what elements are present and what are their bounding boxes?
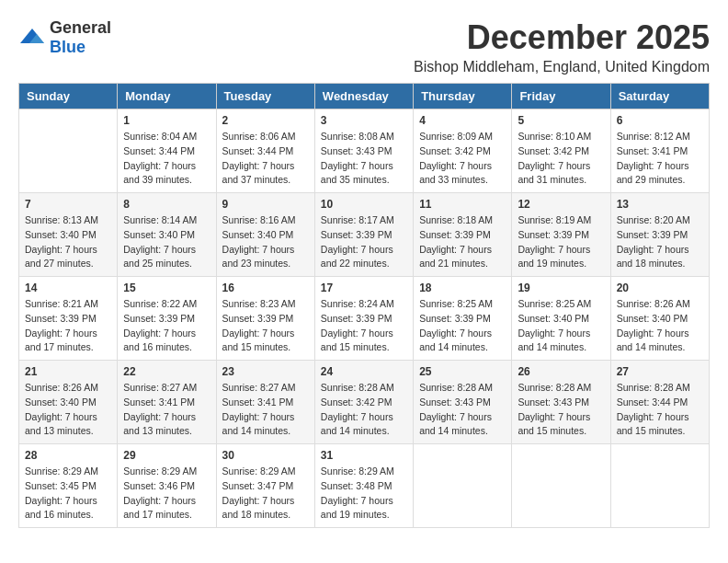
calendar-day-cell: 16Sunrise: 8:23 AMSunset: 3:39 PMDayligh… bbox=[216, 277, 314, 361]
calendar-day-cell: 22Sunrise: 8:27 AMSunset: 3:41 PMDayligh… bbox=[118, 361, 216, 444]
day-number: 3 bbox=[321, 114, 407, 127]
day-info: Sunrise: 8:28 AMSunset: 3:44 PMDaylight:… bbox=[617, 381, 703, 439]
day-info: Sunrise: 8:28 AMSunset: 3:43 PMDaylight:… bbox=[518, 381, 604, 439]
calendar-week-row: 7Sunrise: 8:13 AMSunset: 3:40 PMDaylight… bbox=[19, 193, 710, 277]
location-subtitle: Bishop Middleham, England, United Kingdo… bbox=[414, 59, 710, 75]
day-number: 14 bbox=[25, 282, 111, 294]
calendar-day-cell: 31Sunrise: 8:29 AMSunset: 3:48 PMDayligh… bbox=[314, 444, 413, 528]
day-info: Sunrise: 8:12 AMSunset: 3:41 PMDaylight:… bbox=[617, 130, 703, 188]
calendar-day-cell: 28Sunrise: 8:29 AMSunset: 3:45 PMDayligh… bbox=[19, 444, 118, 528]
day-info: Sunrise: 8:29 AMSunset: 3:46 PMDaylight:… bbox=[123, 465, 210, 523]
calendar-day-cell: 29Sunrise: 8:29 AMSunset: 3:46 PMDayligh… bbox=[118, 444, 216, 528]
day-info: Sunrise: 8:26 AMSunset: 3:40 PMDaylight:… bbox=[617, 297, 703, 355]
day-info: Sunrise: 8:09 AMSunset: 3:42 PMDaylight:… bbox=[419, 130, 506, 188]
day-info: Sunrise: 8:19 AMSunset: 3:39 PMDaylight:… bbox=[518, 213, 604, 271]
day-number: 20 bbox=[617, 282, 703, 294]
day-number: 16 bbox=[222, 282, 309, 294]
day-info: Sunrise: 8:28 AMSunset: 3:42 PMDaylight:… bbox=[321, 381, 407, 439]
day-info: Sunrise: 8:25 AMSunset: 3:40 PMDaylight:… bbox=[518, 297, 604, 355]
weekday-header-monday: Monday bbox=[118, 84, 216, 109]
logo-general: General bbox=[50, 18, 111, 37]
day-number: 30 bbox=[222, 449, 309, 462]
calendar-day-cell: 6Sunrise: 8:12 AMSunset: 3:41 PMDaylight… bbox=[610, 109, 709, 193]
weekday-header-wednesday: Wednesday bbox=[314, 84, 413, 109]
calendar-day-cell: 14Sunrise: 8:21 AMSunset: 3:39 PMDayligh… bbox=[19, 277, 118, 361]
calendar-day-cell: 9Sunrise: 8:16 AMSunset: 3:40 PMDaylight… bbox=[216, 193, 314, 277]
calendar-day-cell: 1Sunrise: 8:04 AMSunset: 3:44 PMDaylight… bbox=[118, 109, 216, 193]
calendar-day-cell: 2Sunrise: 8:06 AMSunset: 3:44 PMDaylight… bbox=[216, 109, 314, 193]
day-info: Sunrise: 8:18 AMSunset: 3:39 PMDaylight:… bbox=[419, 213, 506, 271]
calendar-day-cell: 5Sunrise: 8:10 AMSunset: 3:42 PMDaylight… bbox=[512, 109, 610, 193]
day-info: Sunrise: 8:29 AMSunset: 3:45 PMDaylight:… bbox=[25, 465, 111, 523]
calendar-day-cell: 23Sunrise: 8:27 AMSunset: 3:41 PMDayligh… bbox=[216, 361, 314, 444]
day-number: 28 bbox=[25, 449, 111, 462]
day-info: Sunrise: 8:14 AMSunset: 3:40 PMDaylight:… bbox=[123, 213, 210, 271]
day-info: Sunrise: 8:24 AMSunset: 3:39 PMDaylight:… bbox=[321, 297, 407, 355]
calendar-week-row: 21Sunrise: 8:26 AMSunset: 3:40 PMDayligh… bbox=[19, 361, 710, 444]
title-area: December 2025 Bishop Middleham, England,… bbox=[414, 18, 710, 75]
calendar-day-cell: 26Sunrise: 8:28 AMSunset: 3:43 PMDayligh… bbox=[512, 361, 610, 444]
day-number: 24 bbox=[321, 365, 407, 378]
day-number: 21 bbox=[25, 365, 111, 378]
calendar-day-cell: 27Sunrise: 8:28 AMSunset: 3:44 PMDayligh… bbox=[610, 361, 709, 444]
day-info: Sunrise: 8:16 AMSunset: 3:40 PMDaylight:… bbox=[222, 213, 309, 271]
day-number: 23 bbox=[222, 365, 309, 378]
calendar-day-cell: 20Sunrise: 8:26 AMSunset: 3:40 PMDayligh… bbox=[610, 277, 709, 361]
calendar-day-cell bbox=[414, 444, 512, 528]
day-info: Sunrise: 8:29 AMSunset: 3:48 PMDaylight:… bbox=[321, 465, 407, 523]
day-number: 10 bbox=[321, 198, 407, 211]
month-title: December 2025 bbox=[414, 18, 710, 57]
day-number: 6 bbox=[617, 114, 703, 127]
day-info: Sunrise: 8:22 AMSunset: 3:39 PMDaylight:… bbox=[123, 297, 210, 355]
calendar-day-cell bbox=[19, 109, 118, 193]
calendar-day-cell: 17Sunrise: 8:24 AMSunset: 3:39 PMDayligh… bbox=[314, 277, 413, 361]
day-number: 18 bbox=[419, 282, 506, 294]
day-info: Sunrise: 8:28 AMSunset: 3:43 PMDaylight:… bbox=[419, 381, 506, 439]
calendar-day-cell: 12Sunrise: 8:19 AMSunset: 3:39 PMDayligh… bbox=[512, 193, 610, 277]
day-number: 2 bbox=[222, 114, 309, 127]
weekday-header-friday: Friday bbox=[512, 84, 610, 109]
calendar-day-cell: 25Sunrise: 8:28 AMSunset: 3:43 PMDayligh… bbox=[414, 361, 512, 444]
day-number: 13 bbox=[617, 198, 703, 211]
day-number: 26 bbox=[518, 365, 604, 378]
weekday-header-thursday: Thursday bbox=[414, 84, 512, 109]
calendar-day-cell bbox=[610, 444, 709, 528]
calendar-table: SundayMondayTuesdayWednesdayThursdayFrid… bbox=[18, 83, 710, 528]
calendar-week-row: 1Sunrise: 8:04 AMSunset: 3:44 PMDaylight… bbox=[19, 109, 710, 193]
calendar-day-cell bbox=[512, 444, 610, 528]
day-number: 5 bbox=[518, 114, 604, 127]
day-number: 4 bbox=[419, 114, 506, 127]
logo-blue: Blue bbox=[50, 38, 85, 56]
day-number: 19 bbox=[518, 282, 604, 294]
calendar-week-row: 14Sunrise: 8:21 AMSunset: 3:39 PMDayligh… bbox=[19, 277, 710, 361]
calendar-day-cell: 13Sunrise: 8:20 AMSunset: 3:39 PMDayligh… bbox=[610, 193, 709, 277]
day-info: Sunrise: 8:21 AMSunset: 3:39 PMDaylight:… bbox=[25, 297, 111, 355]
day-number: 9 bbox=[222, 198, 309, 211]
calendar-day-cell: 19Sunrise: 8:25 AMSunset: 3:40 PMDayligh… bbox=[512, 277, 610, 361]
day-info: Sunrise: 8:27 AMSunset: 3:41 PMDaylight:… bbox=[123, 381, 210, 439]
calendar-day-cell: 8Sunrise: 8:14 AMSunset: 3:40 PMDaylight… bbox=[118, 193, 216, 277]
calendar-day-cell: 11Sunrise: 8:18 AMSunset: 3:39 PMDayligh… bbox=[414, 193, 512, 277]
day-number: 22 bbox=[123, 365, 210, 378]
day-info: Sunrise: 8:13 AMSunset: 3:40 PMDaylight:… bbox=[25, 213, 111, 271]
calendar-day-cell: 7Sunrise: 8:13 AMSunset: 3:40 PMDaylight… bbox=[19, 193, 118, 277]
day-info: Sunrise: 8:17 AMSunset: 3:39 PMDaylight:… bbox=[321, 213, 407, 271]
day-info: Sunrise: 8:29 AMSunset: 3:47 PMDaylight:… bbox=[222, 465, 309, 523]
day-number: 17 bbox=[321, 282, 407, 294]
calendar-day-cell: 3Sunrise: 8:08 AMSunset: 3:43 PMDaylight… bbox=[314, 109, 413, 193]
day-info: Sunrise: 8:20 AMSunset: 3:39 PMDaylight:… bbox=[617, 213, 703, 271]
day-number: 8 bbox=[123, 198, 210, 211]
calendar-day-cell: 30Sunrise: 8:29 AMSunset: 3:47 PMDayligh… bbox=[216, 444, 314, 528]
day-number: 11 bbox=[419, 198, 506, 211]
day-number: 1 bbox=[123, 114, 210, 127]
logo: General Blue bbox=[18, 18, 111, 57]
calendar-day-cell: 18Sunrise: 8:25 AMSunset: 3:39 PMDayligh… bbox=[414, 277, 512, 361]
weekday-header-saturday: Saturday bbox=[610, 84, 709, 109]
logo-text: General Blue bbox=[50, 18, 111, 57]
day-number: 29 bbox=[123, 449, 210, 462]
day-number: 15 bbox=[123, 282, 210, 294]
day-info: Sunrise: 8:06 AMSunset: 3:44 PMDaylight:… bbox=[222, 130, 309, 188]
calendar-day-cell: 4Sunrise: 8:09 AMSunset: 3:42 PMDaylight… bbox=[414, 109, 512, 193]
calendar-day-cell: 15Sunrise: 8:22 AMSunset: 3:39 PMDayligh… bbox=[118, 277, 216, 361]
logo-icon bbox=[18, 27, 46, 49]
